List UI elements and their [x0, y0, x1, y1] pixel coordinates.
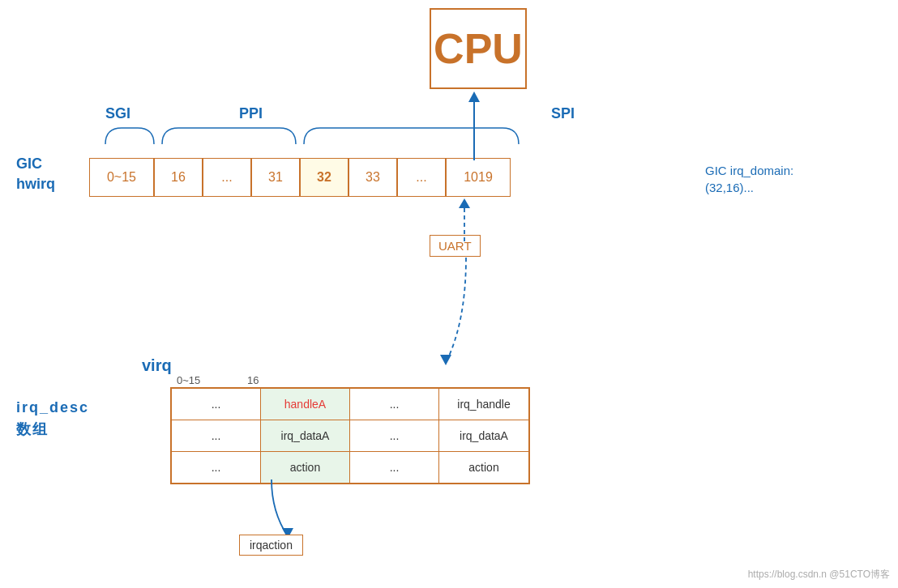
cpu-label: CPU [434, 24, 523, 73]
irqdesc-row-2: ... irq_dataA ... irq_dataA [172, 420, 528, 452]
irqdesc-cell-1-4: irq_handle [439, 389, 528, 420]
irqdesc-cell-3-1: ... [172, 452, 261, 483]
svg-marker-1 [468, 92, 480, 102]
hwirq-cell-16: 16 [154, 158, 203, 197]
svg-marker-4 [440, 355, 451, 365]
irqdesc-cell-3-2: action [261, 452, 350, 483]
irqdesc-cell-1-3: ... [350, 389, 439, 420]
main-arrow-svg [458, 87, 507, 164]
irqdesc-cell-2-3: ... [350, 420, 439, 451]
dashed-arrow-down-svg [430, 258, 511, 379]
gic-irq-domain-label: GIC irq_domain: (32,16)... [705, 162, 793, 196]
diagram-container: CPU SGI PPI SPI GIC hwirq 0~15 16 ... 31… [0, 0, 898, 588]
irqdesc-table: ... handleA ... irq_handle ... irq_dataA… [170, 387, 530, 484]
braces-svg [89, 120, 705, 160]
irqdesc-row-1: ... handleA ... irq_handle [172, 389, 528, 420]
irqdesc-cell-2-1: ... [172, 420, 261, 451]
cpu-box: CPU [430, 8, 527, 89]
watermark: https://blog.csdn.n @51CTO博客 [748, 568, 890, 582]
irqdesc-cell-3-4: action [439, 452, 528, 483]
irqdesc-row-3: ... action ... action [172, 452, 528, 483]
irqdesc-cell-1-1: ... [172, 389, 261, 420]
gic-label: GIC hwirq [16, 154, 55, 194]
irqaction-box: irqaction [239, 535, 303, 556]
irqdesc-cell-1-2: handleA [261, 389, 350, 420]
dashed-arrow-up-svg [444, 197, 493, 245]
hwirq-cell-dots1: ... [203, 158, 251, 197]
irq-desc-label: irq_desc 数组 [16, 397, 89, 441]
irqdesc-cell-2-2: irq_dataA [261, 420, 350, 451]
hwirq-row: 0~15 16 ... 31 32 33 ... 1019 [89, 158, 511, 197]
hwirq-cell-32: 32 [300, 158, 349, 197]
hwirq-cell-dots2: ... [397, 158, 446, 197]
virq-label: virq [142, 356, 172, 375]
svg-marker-3 [459, 198, 470, 208]
irqdesc-cell-2-4: irq_dataA [439, 420, 528, 451]
irqdesc-cell-3-3: ... [350, 452, 439, 483]
virq-16-label: 16 [247, 374, 259, 386]
hwirq-cell-33: 33 [349, 158, 397, 197]
hwirq-cell-31: 31 [251, 158, 300, 197]
hwirq-cell-0: 0~15 [89, 158, 154, 197]
virq-range-label: 0~15 [177, 374, 200, 386]
